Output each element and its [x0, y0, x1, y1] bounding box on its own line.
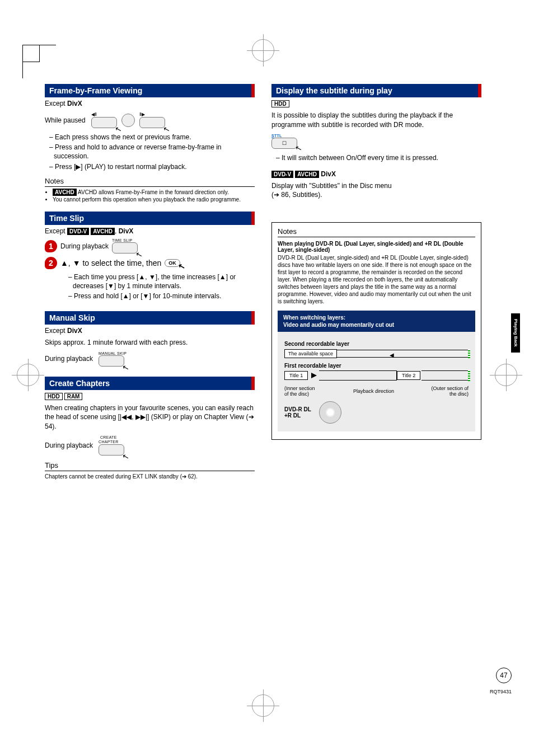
second-layer-label: Second recordable layer	[284, 341, 469, 347]
sttl-label: STTL	[271, 134, 282, 138]
sub-tag-avchd: AVCHD	[295, 171, 319, 178]
tag-separator: ,	[115, 227, 116, 235]
section-frame-by-frame: Frame-by-Frame Viewing	[45, 84, 255, 97]
timeslip-sub-1: Each time you press [▲, ▼], the time inc…	[68, 273, 255, 290]
step-1-badge: 1	[45, 240, 57, 252]
manual-skip-button-icon	[99, 355, 124, 367]
except-label: Except	[45, 100, 65, 107]
tips-rule	[45, 471, 255, 471]
notes-heading: Notes	[45, 177, 255, 185]
disc-icon	[319, 401, 341, 424]
registration-target-left	[17, 364, 39, 386]
tag-ram: RAM	[64, 393, 83, 400]
registration-target-right	[495, 364, 517, 386]
tag-hdd: HDD	[45, 393, 63, 400]
crop-mark-top-left	[22, 45, 56, 78]
tag-avchd: AVCHD	[91, 228, 115, 235]
subtitle-line-1: It will switch between On/Off every time…	[276, 153, 481, 162]
registration-target-bottom	[252, 694, 274, 717]
sub-tag-dvdv: DVD-V	[271, 171, 293, 178]
section-subtitle: Display the subtitle during play	[271, 84, 481, 97]
disc-type-label: DVD-R DL +R DL	[284, 406, 311, 419]
dl-notes-body: DVD-R DL (Dual Layer, single-sided) and …	[278, 254, 475, 305]
mskip-except: Except	[45, 327, 65, 335]
dl-notes-box: Notes When playing DVD-R DL (Dual Layer,…	[271, 222, 481, 440]
frame-note-2: You cannot perform this operation when y…	[53, 196, 255, 204]
dl-notes-title: When playing DVD-R DL (Dual Layer, singl…	[278, 241, 475, 253]
left-column: Frame-by-Frame Viewing Except DivX While…	[45, 84, 255, 480]
dl-notes-heading: Notes	[278, 227, 475, 236]
tag-dvdv: DVD-V	[67, 228, 89, 235]
mskip-during: During playback	[45, 355, 93, 363]
section-time-slip: Time Slip	[45, 212, 255, 225]
frame-line-3: Press [▶] (PLAY) to restart normal playb…	[49, 162, 255, 171]
tips-body: Chapters cannot be created during EXT LI…	[45, 473, 255, 480]
mskip-desc: Skips approx. 1 minute forward with each…	[45, 338, 255, 347]
available-space-box: The available space	[284, 349, 337, 358]
chapters-btn-label: CREATECHAPTER	[99, 435, 119, 444]
chapters-during: During playback	[45, 442, 93, 449]
timeslip-button-icon	[112, 242, 138, 253]
title2-box: Title 2	[397, 371, 420, 380]
timeslip-btn-label: TIME SLIP	[112, 238, 133, 242]
ok-button-icon: OK	[165, 259, 180, 267]
subtitle-lines: It will switch between On/Off every time…	[271, 153, 481, 162]
outer-label: (Outer section of the disc)	[429, 386, 469, 397]
timeslip-sublist: Each time you press [▲, ▼], the time inc…	[64, 273, 255, 301]
arrow-icon	[311, 373, 317, 378]
mskip-btn-label: MANUAL SKIP	[99, 351, 127, 355]
section-create-chapters: Create Chapters	[45, 377, 255, 390]
timeslip-divx: DivX	[119, 227, 134, 235]
subtitle-desc2a: Display with "Subtitles" in the Disc men…	[271, 181, 481, 190]
mskip-divx: DivX	[67, 327, 82, 335]
subtitle-desc: It is possible to display the subtitles …	[271, 111, 481, 129]
diag-header: When switching layers: Video and audio m…	[278, 311, 475, 332]
timeslip-except: Except	[45, 227, 65, 235]
frame-notes: AVCHD AVCHD allows Frame-by-Frame in the…	[53, 189, 255, 204]
frame-line-1: Each press shows the next or previous fr…	[49, 133, 255, 142]
subtitle-desc2b: (➔ 86, Subtitles).	[271, 190, 481, 199]
dl-notes-rule	[278, 237, 475, 237]
step-2-text: ▲, ▼ to select the time, then	[60, 259, 161, 267]
next-frame-button-icon	[139, 117, 165, 128]
sub-divx: DivX	[321, 170, 336, 178]
except-tag-divx: DivX	[67, 100, 82, 107]
first-layer-label: First recordable layer	[284, 363, 469, 369]
side-tab: Playing Back	[511, 313, 520, 353]
chapters-desc: When creating chapters in your favourite…	[45, 403, 255, 431]
timeslip-sub-2: Press and hold [▲] or [▼] for 10-minute …	[68, 292, 255, 300]
registration-target-top	[252, 39, 274, 62]
inner-label: (Inner section of the disc)	[284, 386, 318, 397]
while-paused-label: While paused	[45, 116, 86, 124]
create-chapter-button-icon	[99, 444, 124, 456]
frame-line-2: Press and hold to advance or reverse fra…	[49, 143, 255, 161]
sttl-button-icon: ☐	[271, 138, 297, 149]
step-2-badge: 2	[45, 257, 57, 269]
title1-box: Title 1	[284, 371, 308, 380]
center-button-icon	[121, 114, 135, 127]
step-1-text: During playback	[60, 242, 109, 250]
frame-note-1: AVCHD AVCHD allows Frame-by-Frame in the…	[53, 189, 255, 196]
page-number: 47	[496, 668, 512, 683]
frame-instructions: Each press shows the next or previous fr…	[45, 133, 255, 171]
playback-dir-label: Playback direction	[353, 388, 394, 394]
right-column: Display the subtitle during play HDD It …	[271, 84, 481, 480]
tips-heading: Tips	[45, 461, 255, 469]
notes-rule	[45, 186, 255, 187]
section-manual-skip: Manual Skip	[45, 311, 255, 325]
frame-step-buttons: ◀Ⅱ Ⅱ▶	[91, 112, 165, 128]
prev-frame-button-icon	[91, 117, 117, 128]
layer-diagram: When switching layers: Video and audio m…	[278, 311, 475, 431]
doc-code: RQT9431	[490, 689, 512, 694]
sub-tag-hdd: HDD	[271, 100, 289, 107]
